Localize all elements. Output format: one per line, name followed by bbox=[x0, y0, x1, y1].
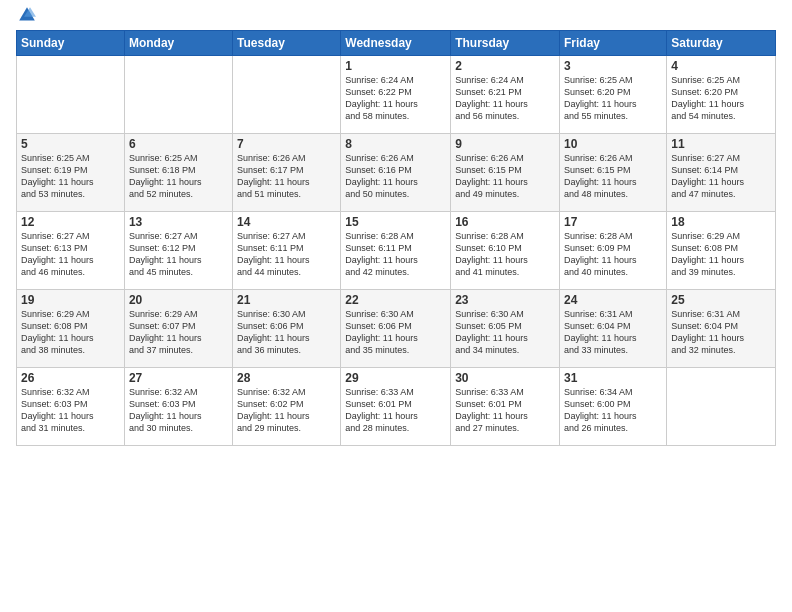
calendar-cell: 2Sunrise: 6:24 AM Sunset: 6:21 PM Daylig… bbox=[451, 56, 560, 134]
day-info: Sunrise: 6:34 AM Sunset: 6:00 PM Dayligh… bbox=[564, 386, 662, 435]
day-info: Sunrise: 6:28 AM Sunset: 6:11 PM Dayligh… bbox=[345, 230, 446, 279]
day-number: 16 bbox=[455, 215, 555, 229]
day-info: Sunrise: 6:29 AM Sunset: 6:07 PM Dayligh… bbox=[129, 308, 228, 357]
day-number: 12 bbox=[21, 215, 120, 229]
day-info: Sunrise: 6:24 AM Sunset: 6:21 PM Dayligh… bbox=[455, 74, 555, 123]
day-number: 25 bbox=[671, 293, 771, 307]
day-number: 1 bbox=[345, 59, 446, 73]
header bbox=[16, 10, 776, 24]
day-number: 20 bbox=[129, 293, 228, 307]
day-number: 18 bbox=[671, 215, 771, 229]
calendar-cell: 15Sunrise: 6:28 AM Sunset: 6:11 PM Dayli… bbox=[341, 212, 451, 290]
calendar-header-tuesday: Tuesday bbox=[233, 31, 341, 56]
calendar-week-4: 19Sunrise: 6:29 AM Sunset: 6:08 PM Dayli… bbox=[17, 290, 776, 368]
day-number: 8 bbox=[345, 137, 446, 151]
day-number: 30 bbox=[455, 371, 555, 385]
calendar-week-2: 5Sunrise: 6:25 AM Sunset: 6:19 PM Daylig… bbox=[17, 134, 776, 212]
day-info: Sunrise: 6:27 AM Sunset: 6:13 PM Dayligh… bbox=[21, 230, 120, 279]
day-info: Sunrise: 6:27 AM Sunset: 6:14 PM Dayligh… bbox=[671, 152, 771, 201]
calendar-cell: 16Sunrise: 6:28 AM Sunset: 6:10 PM Dayli… bbox=[451, 212, 560, 290]
day-info: Sunrise: 6:25 AM Sunset: 6:20 PM Dayligh… bbox=[671, 74, 771, 123]
day-number: 15 bbox=[345, 215, 446, 229]
day-number: 10 bbox=[564, 137, 662, 151]
calendar-cell: 25Sunrise: 6:31 AM Sunset: 6:04 PM Dayli… bbox=[667, 290, 776, 368]
calendar-cell bbox=[667, 368, 776, 446]
calendar-cell: 21Sunrise: 6:30 AM Sunset: 6:06 PM Dayli… bbox=[233, 290, 341, 368]
day-info: Sunrise: 6:32 AM Sunset: 6:03 PM Dayligh… bbox=[129, 386, 228, 435]
calendar-header-thursday: Thursday bbox=[451, 31, 560, 56]
day-number: 27 bbox=[129, 371, 228, 385]
day-info: Sunrise: 6:32 AM Sunset: 6:03 PM Dayligh… bbox=[21, 386, 120, 435]
day-info: Sunrise: 6:28 AM Sunset: 6:09 PM Dayligh… bbox=[564, 230, 662, 279]
calendar-cell: 26Sunrise: 6:32 AM Sunset: 6:03 PM Dayli… bbox=[17, 368, 125, 446]
calendar-cell: 19Sunrise: 6:29 AM Sunset: 6:08 PM Dayli… bbox=[17, 290, 125, 368]
day-info: Sunrise: 6:25 AM Sunset: 6:20 PM Dayligh… bbox=[564, 74, 662, 123]
day-number: 17 bbox=[564, 215, 662, 229]
day-number: 14 bbox=[237, 215, 336, 229]
calendar-cell: 4Sunrise: 6:25 AM Sunset: 6:20 PM Daylig… bbox=[667, 56, 776, 134]
day-number: 11 bbox=[671, 137, 771, 151]
calendar-cell: 30Sunrise: 6:33 AM Sunset: 6:01 PM Dayli… bbox=[451, 368, 560, 446]
calendar-cell: 23Sunrise: 6:30 AM Sunset: 6:05 PM Dayli… bbox=[451, 290, 560, 368]
day-number: 19 bbox=[21, 293, 120, 307]
day-info: Sunrise: 6:31 AM Sunset: 6:04 PM Dayligh… bbox=[564, 308, 662, 357]
day-number: 13 bbox=[129, 215, 228, 229]
calendar-cell: 11Sunrise: 6:27 AM Sunset: 6:14 PM Dayli… bbox=[667, 134, 776, 212]
calendar-cell: 13Sunrise: 6:27 AM Sunset: 6:12 PM Dayli… bbox=[124, 212, 232, 290]
day-number: 28 bbox=[237, 371, 336, 385]
calendar-cell: 5Sunrise: 6:25 AM Sunset: 6:19 PM Daylig… bbox=[17, 134, 125, 212]
logo bbox=[16, 14, 36, 24]
day-info: Sunrise: 6:32 AM Sunset: 6:02 PM Dayligh… bbox=[237, 386, 336, 435]
calendar-cell: 24Sunrise: 6:31 AM Sunset: 6:04 PM Dayli… bbox=[560, 290, 667, 368]
day-info: Sunrise: 6:27 AM Sunset: 6:12 PM Dayligh… bbox=[129, 230, 228, 279]
calendar-cell: 6Sunrise: 6:25 AM Sunset: 6:18 PM Daylig… bbox=[124, 134, 232, 212]
day-number: 29 bbox=[345, 371, 446, 385]
calendar-cell: 12Sunrise: 6:27 AM Sunset: 6:13 PM Dayli… bbox=[17, 212, 125, 290]
calendar-cell: 3Sunrise: 6:25 AM Sunset: 6:20 PM Daylig… bbox=[560, 56, 667, 134]
calendar-cell: 31Sunrise: 6:34 AM Sunset: 6:00 PM Dayli… bbox=[560, 368, 667, 446]
day-number: 2 bbox=[455, 59, 555, 73]
day-number: 21 bbox=[237, 293, 336, 307]
day-info: Sunrise: 6:28 AM Sunset: 6:10 PM Dayligh… bbox=[455, 230, 555, 279]
day-info: Sunrise: 6:30 AM Sunset: 6:05 PM Dayligh… bbox=[455, 308, 555, 357]
calendar-header-sunday: Sunday bbox=[17, 31, 125, 56]
day-number: 9 bbox=[455, 137, 555, 151]
calendar-cell bbox=[124, 56, 232, 134]
calendar-cell bbox=[17, 56, 125, 134]
calendar-cell: 9Sunrise: 6:26 AM Sunset: 6:15 PM Daylig… bbox=[451, 134, 560, 212]
calendar-table: SundayMondayTuesdayWednesdayThursdayFrid… bbox=[16, 30, 776, 446]
day-number: 31 bbox=[564, 371, 662, 385]
day-number: 6 bbox=[129, 137, 228, 151]
calendar-cell: 10Sunrise: 6:26 AM Sunset: 6:15 PM Dayli… bbox=[560, 134, 667, 212]
calendar-week-5: 26Sunrise: 6:32 AM Sunset: 6:03 PM Dayli… bbox=[17, 368, 776, 446]
calendar-week-3: 12Sunrise: 6:27 AM Sunset: 6:13 PM Dayli… bbox=[17, 212, 776, 290]
day-info: Sunrise: 6:29 AM Sunset: 6:08 PM Dayligh… bbox=[21, 308, 120, 357]
calendar-cell: 14Sunrise: 6:27 AM Sunset: 6:11 PM Dayli… bbox=[233, 212, 341, 290]
day-info: Sunrise: 6:33 AM Sunset: 6:01 PM Dayligh… bbox=[345, 386, 446, 435]
calendar-week-1: 1Sunrise: 6:24 AM Sunset: 6:22 PM Daylig… bbox=[17, 56, 776, 134]
day-number: 5 bbox=[21, 137, 120, 151]
day-info: Sunrise: 6:30 AM Sunset: 6:06 PM Dayligh… bbox=[345, 308, 446, 357]
calendar-cell bbox=[233, 56, 341, 134]
day-info: Sunrise: 6:26 AM Sunset: 6:17 PM Dayligh… bbox=[237, 152, 336, 201]
calendar-header-wednesday: Wednesday bbox=[341, 31, 451, 56]
calendar-cell: 29Sunrise: 6:33 AM Sunset: 6:01 PM Dayli… bbox=[341, 368, 451, 446]
day-info: Sunrise: 6:26 AM Sunset: 6:15 PM Dayligh… bbox=[564, 152, 662, 201]
day-info: Sunrise: 6:24 AM Sunset: 6:22 PM Dayligh… bbox=[345, 74, 446, 123]
calendar-cell: 27Sunrise: 6:32 AM Sunset: 6:03 PM Dayli… bbox=[124, 368, 232, 446]
calendar-cell: 28Sunrise: 6:32 AM Sunset: 6:02 PM Dayli… bbox=[233, 368, 341, 446]
calendar-header-row: SundayMondayTuesdayWednesdayThursdayFrid… bbox=[17, 31, 776, 56]
day-number: 7 bbox=[237, 137, 336, 151]
day-info: Sunrise: 6:33 AM Sunset: 6:01 PM Dayligh… bbox=[455, 386, 555, 435]
day-number: 22 bbox=[345, 293, 446, 307]
calendar-cell: 7Sunrise: 6:26 AM Sunset: 6:17 PM Daylig… bbox=[233, 134, 341, 212]
day-number: 24 bbox=[564, 293, 662, 307]
calendar-header-monday: Monday bbox=[124, 31, 232, 56]
calendar-cell: 20Sunrise: 6:29 AM Sunset: 6:07 PM Dayli… bbox=[124, 290, 232, 368]
calendar-cell: 1Sunrise: 6:24 AM Sunset: 6:22 PM Daylig… bbox=[341, 56, 451, 134]
day-info: Sunrise: 6:26 AM Sunset: 6:15 PM Dayligh… bbox=[455, 152, 555, 201]
calendar-cell: 22Sunrise: 6:30 AM Sunset: 6:06 PM Dayli… bbox=[341, 290, 451, 368]
day-info: Sunrise: 6:27 AM Sunset: 6:11 PM Dayligh… bbox=[237, 230, 336, 279]
calendar-cell: 8Sunrise: 6:26 AM Sunset: 6:16 PM Daylig… bbox=[341, 134, 451, 212]
day-info: Sunrise: 6:31 AM Sunset: 6:04 PM Dayligh… bbox=[671, 308, 771, 357]
